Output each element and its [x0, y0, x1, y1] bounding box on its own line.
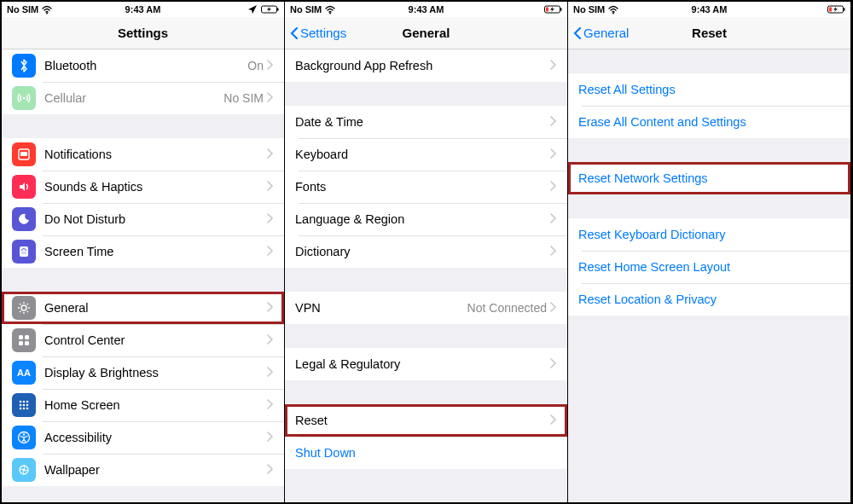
row-label: Bluetooth: [44, 59, 247, 72]
location-icon: [247, 4, 258, 14]
nav-bar: Settings: [2, 17, 284, 49]
row-label: Reset: [295, 414, 550, 427]
row-reset-location-privacy[interactable]: Reset Location & Privacy: [568, 283, 850, 316]
general-list: Background App Refresh Date & Time Keybo…: [285, 49, 567, 502]
nav-bar: General Reset: [568, 17, 850, 49]
battery-low-icon: [544, 5, 562, 14]
status-bar: No SIM 9:43 AM: [2, 2, 284, 17]
row-label: Wallpaper: [44, 463, 267, 477]
carrier-label: No SIM: [573, 4, 605, 14]
chevron-left-icon: [573, 27, 582, 39]
accessibility-icon: [12, 426, 36, 449]
svg-point-27: [23, 433, 26, 436]
status-time: 9:43 AM: [409, 4, 444, 14]
chevron-right-icon: [550, 58, 557, 73]
chevron-right-icon: [550, 147, 557, 162]
svg-point-21: [23, 404, 26, 407]
row-controlcenter[interactable]: Control Center: [2, 324, 284, 356]
back-button[interactable]: Settings: [290, 26, 346, 40]
row-dictionary[interactable]: Dictionary: [285, 235, 567, 268]
row-label: Reset Location & Privacy: [578, 293, 840, 306]
row-general[interactable]: General: [2, 292, 284, 324]
chevron-right-icon: [267, 397, 274, 413]
general-icon: [12, 296, 36, 320]
row-label: Erase All Content and Settings: [578, 115, 840, 129]
nav-title: Settings: [118, 26, 168, 40]
row-label: Reset Keyboard Dictionary: [578, 228, 840, 241]
back-label: General: [583, 26, 629, 40]
row-notifications[interactable]: Notifications: [2, 138, 284, 171]
svg-rect-15: [25, 341, 29, 345]
chevron-right-icon: [267, 462, 274, 478]
settings-pane: No SIM 9:43 AM Settings Bluetooth On Cel…: [2, 2, 285, 502]
row-reset-network[interactable]: Reset Network Settings: [568, 162, 850, 194]
row-legal[interactable]: Legal & Regulatory: [285, 348, 567, 380]
row-label: Date & Time: [295, 115, 550, 129]
back-button[interactable]: General: [573, 26, 629, 40]
row-erase-all[interactable]: Erase All Content and Settings: [568, 106, 850, 138]
row-label: Dictionary: [295, 245, 550, 258]
row-label: Home Screen: [44, 398, 267, 412]
status-time: 9:43 AM: [125, 4, 161, 14]
chevron-right-icon: [267, 300, 274, 316]
row-bg-app-refresh[interactable]: Background App Refresh: [285, 49, 567, 82]
row-screentime[interactable]: Screen Time: [2, 235, 284, 268]
chevron-left-icon: [290, 27, 299, 39]
svg-point-24: [23, 408, 26, 410]
row-label: Reset Home Screen Layout: [578, 260, 840, 274]
chevron-right-icon: [267, 244, 274, 259]
row-date-time[interactable]: Date & Time: [285, 106, 567, 138]
chevron-right-icon: [267, 147, 274, 162]
row-label: Sounds & Haptics: [44, 180, 267, 194]
status-bar: No SIM 9:43 AM: [568, 2, 850, 17]
battery-icon: [261, 5, 279, 14]
chevron-right-icon: [550, 356, 557, 372]
svg-point-17: [20, 401, 22, 403]
bluetooth-icon: [12, 54, 36, 78]
nav-title: General: [403, 26, 450, 40]
row-label: Background App Refresh: [295, 59, 550, 72]
row-sounds[interactable]: Sounds & Haptics: [2, 171, 284, 203]
row-reset-home-layout[interactable]: Reset Home Screen Layout: [568, 251, 850, 283]
svg-point-11: [21, 305, 26, 310]
svg-rect-10: [21, 252, 26, 254]
svg-rect-13: [25, 335, 29, 339]
row-cellular[interactable]: Cellular No SIM: [2, 82, 284, 114]
row-dnd[interactable]: Do Not Disturb: [2, 203, 284, 235]
row-label: VPN: [295, 301, 467, 315]
status-time: 9:43 AM: [692, 4, 728, 14]
carrier-label: No SIM: [7, 4, 38, 14]
svg-rect-8: [20, 152, 27, 156]
row-fonts[interactable]: Fonts: [285, 171, 567, 203]
row-label: Screen Time: [44, 245, 267, 258]
row-shutdown[interactable]: Shut Down: [285, 437, 567, 469]
row-label: Legal & Regulatory: [295, 357, 550, 371]
row-label: Language & Region: [295, 212, 550, 226]
svg-point-22: [26, 404, 29, 407]
back-label: Settings: [300, 26, 346, 40]
row-display[interactable]: AA Display & Brightness: [2, 356, 284, 389]
row-reset-all-settings[interactable]: Reset All Settings: [568, 73, 850, 106]
controlcenter-icon: [12, 328, 36, 352]
sounds-icon: [12, 175, 36, 199]
carrier-label: No SIM: [290, 4, 322, 14]
row-language-region[interactable]: Language & Region: [285, 203, 567, 235]
row-label: General: [44, 301, 267, 315]
row-keyboard[interactable]: Keyboard: [285, 138, 567, 171]
row-accessibility[interactable]: Accessibility: [2, 421, 284, 454]
chevron-right-icon: [550, 413, 557, 428]
row-bluetooth[interactable]: Bluetooth On: [2, 49, 284, 82]
wifi-icon: [42, 5, 52, 14]
row-wallpaper[interactable]: Wallpaper: [2, 454, 284, 486]
svg-text:AA: AA: [17, 368, 31, 378]
row-reset[interactable]: Reset: [285, 404, 567, 437]
row-label: Shut Down: [295, 446, 557, 460]
row-homescreen[interactable]: Home Screen: [2, 389, 284, 421]
row-label: Accessibility: [44, 431, 267, 444]
svg-point-23: [20, 408, 22, 410]
row-label: Cellular: [44, 91, 223, 105]
row-value: No SIM: [223, 91, 264, 105]
row-reset-keyboard-dict[interactable]: Reset Keyboard Dictionary: [568, 218, 850, 251]
row-vpn[interactable]: VPN Not Connected: [285, 292, 567, 324]
chevron-right-icon: [550, 211, 557, 227]
